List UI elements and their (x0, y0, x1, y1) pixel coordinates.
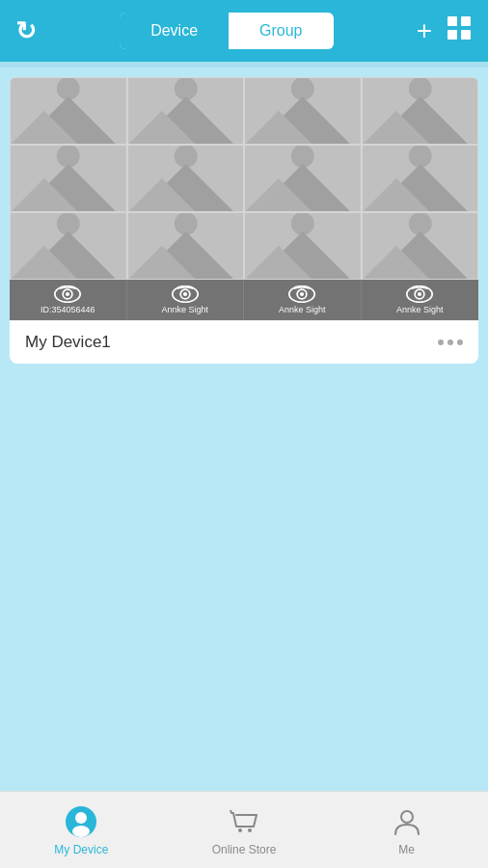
svg-point-68 (248, 828, 252, 832)
camera-label-text-2: Annke Sight (161, 305, 208, 314)
camera-label-text-4: Annke Sight (396, 305, 444, 314)
me-icon (390, 804, 424, 839)
svg-point-60 (300, 292, 304, 296)
grid-view-button[interactable] (446, 14, 473, 47)
svg-point-57 (183, 292, 187, 296)
svg-point-65 (75, 812, 87, 824)
camera-grid (10, 77, 478, 280)
camera-cell-12[interactable] (362, 212, 479, 280)
camera-label-1[interactable]: ID:354056446 (10, 280, 127, 320)
svg-point-66 (72, 826, 90, 837)
svg-point-67 (238, 828, 242, 832)
device-card: ID:354056446 Annke Sight (10, 77, 478, 364)
svg-point-70 (401, 811, 413, 823)
camera-cell-1[interactable] (10, 77, 127, 145)
camera-cell-3[interactable] (244, 77, 362, 145)
refresh-button[interactable]: ↻ (15, 16, 37, 46)
my-device-icon (64, 804, 98, 839)
nav-online-store-label: Online Store (212, 843, 277, 856)
camera-cell-5[interactable] (10, 145, 127, 212)
camera-label-3[interactable]: Annke Sight (244, 280, 362, 320)
camera-cell-2[interactable] (127, 77, 245, 145)
camera-id-text: ID:354056446 (41, 305, 95, 314)
menu-dot-1 (438, 339, 444, 345)
camera-cell-4[interactable] (362, 77, 479, 145)
device-footer: My Device1 (10, 320, 478, 364)
svg-rect-3 (461, 30, 471, 40)
online-store-icon (227, 804, 261, 839)
nav-me-label: Me (398, 843, 415, 856)
header-actions: + (417, 14, 473, 47)
svg-rect-1 (461, 16, 471, 26)
device-menu-button[interactable] (438, 339, 463, 345)
camera-cell-6[interactable] (127, 145, 245, 212)
camera-cell-7[interactable] (244, 145, 362, 212)
device-group-toggle: Device Group (120, 13, 333, 49)
svg-line-69 (230, 810, 231, 813)
nav-me[interactable]: Me (325, 804, 488, 856)
svg-rect-0 (447, 16, 457, 26)
main-content: ID:354056446 Annke Sight (0, 68, 488, 791)
bottom-navigation: My Device Online Store Me (0, 791, 488, 868)
camera-labels-row: ID:354056446 Annke Sight (10, 280, 478, 320)
nav-my-device-label: My Device (54, 843, 108, 856)
menu-dot-2 (447, 339, 453, 345)
camera-cell-11[interactable] (244, 212, 362, 280)
nav-online-store[interactable]: Online Store (163, 804, 326, 856)
camera-label-2[interactable]: Annke Sight (127, 280, 245, 320)
nav-my-device[interactable]: My Device (0, 804, 163, 856)
camera-cell-9[interactable] (10, 212, 127, 280)
app-header: ↻ Device Group + (0, 0, 488, 62)
svg-point-63 (418, 292, 421, 296)
device-name: My Device1 (25, 333, 111, 352)
tab-group[interactable]: Group (229, 13, 333, 49)
camera-label-4[interactable]: Annke Sight (362, 280, 479, 320)
tab-device[interactable]: Device (120, 13, 229, 49)
svg-rect-2 (447, 30, 457, 40)
camera-cell-10[interactable] (127, 212, 245, 280)
add-button[interactable]: + (417, 15, 432, 46)
camera-label-text-3: Annke Sight (279, 305, 326, 314)
menu-dot-3 (457, 339, 463, 345)
camera-cell-8[interactable] (362, 145, 479, 212)
svg-point-54 (66, 292, 69, 296)
